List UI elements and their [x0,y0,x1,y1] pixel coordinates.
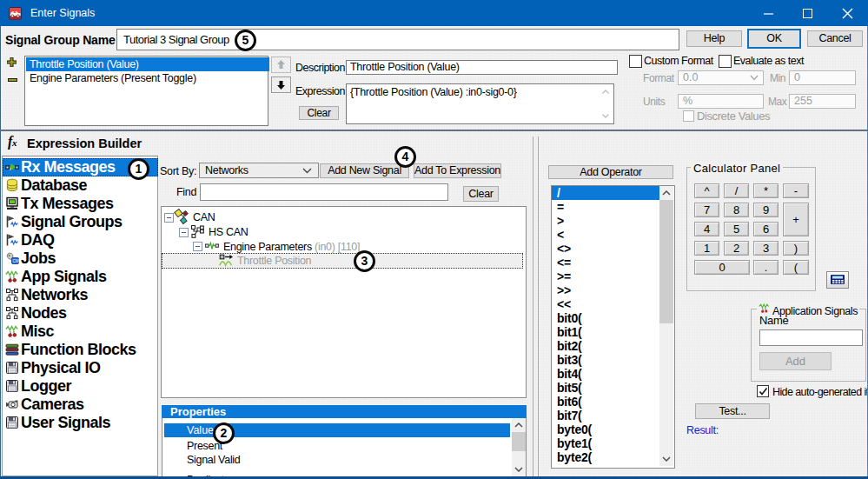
svg-text:CM: CM [13,259,19,263]
